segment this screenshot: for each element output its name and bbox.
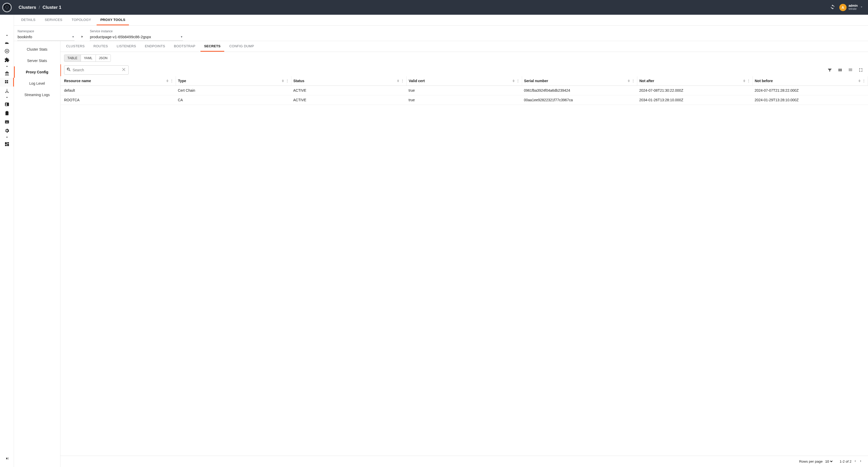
rail-item-identity[interactable]	[0, 100, 14, 109]
fullscreen-icon[interactable]	[857, 66, 864, 73]
chevron-down-icon	[860, 5, 863, 10]
search-input[interactable]	[72, 68, 120, 72]
primary-tab-services[interactable]: SERVICES	[41, 15, 66, 25]
brand-logo[interactable]	[0, 0, 14, 15]
column-menu-icon[interactable]: ⋮	[631, 79, 635, 83]
breadcrumb: Clusters / Cluster 1	[19, 5, 61, 10]
secondary-tab-config-dump[interactable]: CONFIG DUMP	[226, 41, 258, 52]
filter-icon[interactable]	[826, 66, 833, 73]
rail-item-topology[interactable]	[0, 87, 14, 95]
cell-valid-cert: true	[407, 95, 522, 105]
column-menu-icon[interactable]: ⋮	[747, 79, 750, 83]
rail-expand-button[interactable]	[0, 456, 14, 461]
view-toggle-yaml[interactable]: YAML	[81, 55, 96, 61]
column-menu-icon[interactable]: ⋮	[170, 79, 174, 83]
sort-icon[interactable]	[166, 79, 168, 83]
namespace-label: Namespace	[18, 29, 74, 33]
subnav-item-streaming-logs[interactable]: Streaming Logs	[14, 89, 60, 100]
column-header-type[interactable]: Type⋮	[176, 76, 291, 86]
column-header-not-after[interactable]: Not after⋮	[637, 76, 753, 86]
rail-item-audits[interactable]	[0, 109, 14, 118]
clear-icon[interactable]	[122, 67, 126, 73]
breadcrumb-separator: /	[39, 5, 40, 10]
table-footer: Rows per page 10 1-2 of 2	[60, 456, 868, 467]
rows-per-page-select[interactable]: 10	[824, 459, 833, 464]
table-row[interactable]: ROOTCACAACTIVEtrue00aa1ee92822321f77c396…	[60, 95, 868, 105]
density-icon[interactable]	[847, 66, 854, 73]
view-toggle-json[interactable]: JSON	[96, 55, 111, 61]
cell-type: CA	[176, 95, 291, 105]
secondary-tab-routes[interactable]: ROUTES	[90, 41, 112, 52]
column-header-resource-name[interactable]: Resource name⋮	[60, 76, 176, 86]
primary-tab-topology[interactable]: TOPOLOGY	[68, 15, 95, 25]
breadcrumb-root[interactable]: Clusters	[19, 5, 36, 10]
subnav-item-log-level[interactable]: Log Level	[14, 78, 60, 89]
column-menu-icon[interactable]: ⋮	[862, 79, 866, 83]
column-menu-icon[interactable]: ⋮	[516, 79, 520, 83]
rail-item-dashboard[interactable]	[0, 140, 14, 149]
subnav-item-server-stats[interactable]: Server Stats	[14, 55, 60, 66]
service-instance-label: Service instance	[90, 29, 183, 33]
cell-resource-name: ROOTCA	[60, 95, 176, 105]
page-next-button[interactable]	[859, 459, 863, 464]
cell-not-before: 2024-01-29T13:28:10.000Z	[752, 95, 868, 105]
secondary-tab-clusters[interactable]: CLUSTERS	[63, 41, 88, 52]
columns-icon[interactable]	[836, 66, 844, 73]
rail-item-extensions[interactable]	[0, 56, 14, 64]
cell-serial-number: 0961fba3924f04a6db239424	[522, 86, 637, 95]
secondary-tabs: CLUSTERSROUTESLISTENERSENDPOINTSBOOTSTRA…	[60, 41, 868, 52]
secondary-tab-bootstrap[interactable]: BOOTSTRAP	[170, 41, 199, 52]
service-instance-value: productpage-v1-65b8499c86-2gspx	[90, 35, 151, 39]
column-header-status[interactable]: Status⋮	[291, 76, 407, 86]
rail-separator-dot	[6, 35, 7, 36]
rail-item-governance[interactable]	[0, 69, 14, 78]
rail-item-help[interactable]	[0, 47, 14, 56]
sort-icon[interactable]	[628, 79, 630, 83]
cell-not-after: 2024-07-08T21:30:22.000Z	[637, 86, 753, 95]
primary-tab-details[interactable]: DETAILS	[18, 15, 39, 25]
cell-status: ACTIVE	[291, 86, 407, 95]
primary-tab-proxy-tools[interactable]: PROXY TOOLS	[97, 15, 129, 25]
column-menu-icon[interactable]: ⋮	[285, 79, 289, 83]
column-header-valid-cert[interactable]: Valid cert⋮	[407, 76, 522, 86]
sort-icon[interactable]	[397, 79, 399, 83]
namespace-select[interactable]: Namespace bookinfo ▼	[18, 29, 74, 41]
page-range: 1-2 of 2	[840, 460, 851, 463]
proxy-tools-subnav: Cluster StatsServer StatsProxy ConfigLog…	[14, 41, 60, 467]
icon-rail: WA	[0, 0, 14, 467]
search-icon	[66, 67, 71, 73]
rail-item-clusters[interactable]	[0, 78, 14, 87]
sync-icon[interactable]	[830, 4, 835, 10]
search-box	[64, 65, 129, 75]
secondary-tab-listeners[interactable]: LISTENERS	[113, 41, 140, 52]
subnav-item-cluster-stats[interactable]: Cluster Stats	[14, 44, 60, 55]
user-org: tetrate	[848, 7, 858, 10]
view-toggle-table[interactable]: TABLE	[64, 55, 81, 61]
cell-status: ACTIVE	[291, 95, 407, 105]
sort-icon[interactable]	[743, 79, 745, 83]
secrets-table: Resource name⋮Type⋮Status⋮Valid cert⋮Ser…	[60, 76, 868, 105]
subnav-item-proxy-config[interactable]: Proxy Config	[14, 66, 60, 78]
column-menu-icon[interactable]: ⋮	[401, 79, 404, 83]
sort-icon[interactable]	[513, 79, 515, 83]
rows-per-page-label: Rows per page	[799, 460, 823, 463]
user-menu[interactable]: A admin tetrate	[839, 4, 863, 11]
column-header-not-before[interactable]: Not before⋮	[752, 76, 868, 86]
table-row[interactable]: defaultCert ChainACTIVEtrue0961fba3924f0…	[60, 86, 868, 95]
rail-item-settings[interactable]	[0, 126, 14, 135]
rail-item-wasm[interactable]: WA	[0, 118, 14, 126]
selector-row: Namespace bookinfo ▼ Service instance pr…	[14, 26, 868, 41]
sort-icon[interactable]	[282, 79, 284, 83]
page-prev-button[interactable]	[853, 459, 857, 464]
pager: 1-2 of 2	[840, 459, 863, 464]
view-toggle-row: TABLEYAMLJSON	[60, 52, 868, 62]
secondary-tab-secrets[interactable]: SECRETS	[200, 41, 224, 52]
rail-separator-dot	[6, 97, 7, 98]
secondary-tab-endpoints[interactable]: ENDPOINTS	[141, 41, 169, 52]
column-header-serial-number[interactable]: Serial number⋮	[522, 76, 637, 86]
sort-icon[interactable]	[859, 79, 861, 83]
breadcrumb-current: Cluster 1	[43, 5, 61, 10]
table-toolbar	[60, 62, 868, 76]
rail-item-metrics[interactable]	[0, 38, 14, 47]
service-instance-select[interactable]: Service instance productpage-v1-65b8499c…	[90, 29, 183, 41]
